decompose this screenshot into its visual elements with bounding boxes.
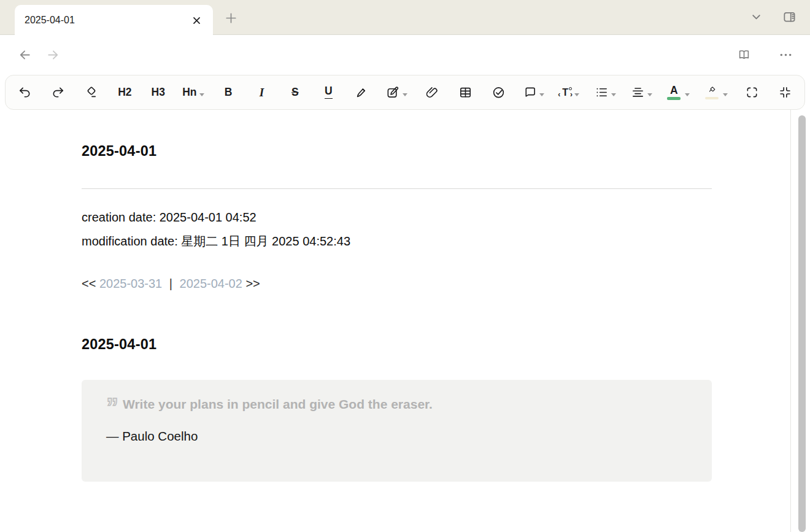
clear-format-eraser-button[interactable] [82, 80, 101, 105]
highlight-color-dropdown-button[interactable] [704, 80, 728, 105]
font-color-swatch [667, 97, 681, 100]
chevron-down-icon[interactable] [748, 9, 764, 25]
dropdown-caret-icon [539, 93, 544, 96]
font-color-letter: A [670, 85, 678, 96]
next-day-link[interactable]: 2025-04-02 [180, 277, 242, 290]
nav-left-arrows: << [82, 277, 96, 290]
strikethrough-label: S [291, 87, 299, 98]
more-options-icon[interactable] [777, 47, 793, 63]
quote-text-line: ”Write your plans in pencil and give God… [106, 395, 687, 414]
heading2-label: H2 [118, 87, 131, 98]
bold-label: B [225, 87, 233, 98]
tab-title: 2025-04-01 [25, 15, 75, 26]
prev-day-link[interactable]: 2025-03-31 [99, 277, 162, 290]
text-options-dropdown-button[interactable]: T [558, 80, 580, 105]
heading3-label: H3 [152, 87, 165, 98]
pane-divider [790, 110, 791, 532]
font-color-dropdown-button[interactable]: A [666, 80, 690, 105]
navigation-row [0, 35, 810, 75]
dropdown-caret-icon [647, 93, 652, 96]
redo-button[interactable] [48, 80, 68, 105]
formatting-toolbar: H2 H3 Hn B I S U [5, 75, 805, 110]
dropdown-caret-icon [723, 93, 728, 96]
heading-n-label: Hn [182, 87, 196, 98]
highlighter-pen-button[interactable] [352, 80, 372, 105]
dropdown-caret-icon [403, 93, 407, 96]
italic-button[interactable]: I [252, 80, 271, 105]
underline-button[interactable]: U [318, 80, 338, 105]
heading3-button[interactable]: H3 [148, 80, 168, 105]
quote-block: ”Write your plans in pencil and give God… [82, 380, 712, 482]
fullscreen-button[interactable] [742, 80, 762, 105]
heading2-button[interactable]: H2 [115, 80, 134, 105]
strikethrough-button[interactable]: S [285, 80, 305, 105]
heading-n-dropdown-button[interactable]: Hn [182, 80, 204, 105]
dropdown-caret-icon [574, 93, 579, 96]
undo-button[interactable] [15, 80, 34, 105]
font-color-icon: A [667, 85, 681, 100]
titlebar: 2025-04-01 [0, 0, 810, 35]
alignment-dropdown-button[interactable] [630, 80, 653, 105]
document-heading: 2025-04-01 [82, 336, 712, 353]
day-navigation: << 2025-03-31 | 2025-04-02 >> [82, 277, 712, 291]
highlight-color-icon [705, 86, 719, 99]
dropdown-caret-icon [199, 93, 204, 96]
close-tab-icon[interactable] [190, 13, 203, 27]
task-check-button[interactable] [488, 80, 508, 105]
insert-edit-dropdown-button[interactable] [385, 80, 408, 105]
reader-mode-icon[interactable] [736, 47, 752, 63]
bold-button[interactable]: B [218, 80, 238, 105]
modification-date-line: modification date: 星期二 1日 四月 2025 04:52:… [82, 229, 712, 253]
dropdown-caret-icon [685, 93, 690, 96]
vertical-scrollbar[interactable] [798, 115, 806, 532]
tab-current[interactable]: 2025-04-01 [15, 5, 213, 36]
underline-label: U [325, 86, 333, 99]
quote-text: Write your plans in pencil and give God … [123, 397, 433, 411]
nav-right-arrows: >> [245, 277, 260, 290]
titlebar-actions [748, 9, 797, 25]
table-button[interactable] [455, 80, 475, 105]
nav-separator: | [166, 277, 176, 290]
exit-fullscreen-button[interactable] [776, 80, 795, 105]
quotation-marks-icon: ” [106, 393, 117, 420]
document-content: 2025-04-01 creation date: 2025-04-01 04:… [0, 110, 712, 482]
dropdown-caret-icon [611, 93, 616, 96]
new-tab-button[interactable] [223, 10, 238, 25]
highlight-color-swatch [705, 97, 719, 99]
italic-label: I [260, 87, 264, 98]
creation-date-line: creation date: 2025-04-01 04:52 [82, 206, 712, 229]
comment-dropdown-button[interactable] [522, 80, 545, 105]
quote-author: — Paulo Coelho [106, 429, 687, 444]
editor-pane: 2025-04-01 creation date: 2025-04-01 04:… [0, 110, 810, 532]
document-title: 2025-04-01 [82, 143, 712, 160]
forward-arrow-icon[interactable] [45, 47, 61, 63]
horizontal-rule [82, 188, 712, 189]
sidebar-panel-icon[interactable] [781, 9, 797, 25]
back-arrow-icon[interactable] [17, 47, 33, 63]
attachment-button[interactable] [422, 80, 442, 105]
list-dropdown-button[interactable] [594, 80, 617, 105]
